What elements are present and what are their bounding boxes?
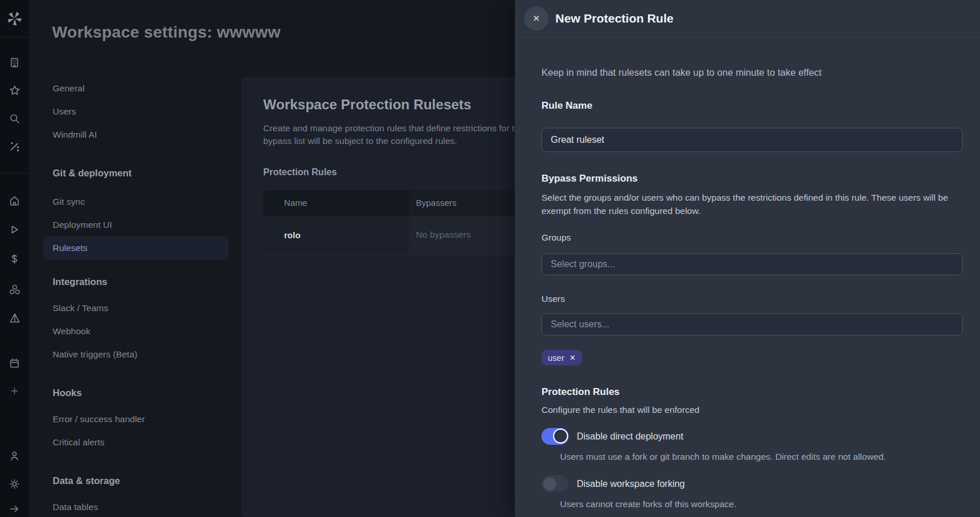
nav-item-slack-teams[interactable]: Slack / Teams xyxy=(43,297,229,320)
disable-direct-deployment-label: Disable direct deployment xyxy=(577,431,683,442)
user-chip-label: user xyxy=(548,353,564,363)
groups-select-input[interactable] xyxy=(541,253,963,275)
account-user-icon[interactable] xyxy=(4,445,25,466)
toggle-knob xyxy=(543,478,556,490)
windmill-logo-icon[interactable] xyxy=(4,8,25,29)
home-icon[interactable] xyxy=(4,190,25,211)
column-header-name: Name xyxy=(263,190,409,215)
rule-name-label: Rule Name xyxy=(541,99,963,113)
users-label: Users xyxy=(541,293,963,305)
protection-rules-description: Configure the rules that will be enforce… xyxy=(541,404,963,416)
user-chip[interactable]: user ✕ xyxy=(541,350,582,365)
protection-rules-heading: Protection Rules xyxy=(541,385,963,399)
settings-gear-icon[interactable] xyxy=(4,474,25,494)
ruleset-note: Keep in mind that rulesets can take up t… xyxy=(541,65,963,79)
nav-item-data-tables[interactable]: Data tables xyxy=(43,496,229,517)
app-screen: Workspace settings: wwwww General Users … xyxy=(0,0,980,517)
nav-item-native-triggers[interactable]: Native triggers (Beta) xyxy=(43,343,229,366)
nav-item-error-success-handler[interactable]: Error / success handler xyxy=(43,408,229,431)
nav-heading-integrations: Integrations xyxy=(43,270,229,293)
nav-heading-hooks: Hooks xyxy=(43,381,229,404)
nav-item-windmill-ai[interactable]: Windmill AI xyxy=(43,123,229,146)
groups-label: Groups xyxy=(541,231,963,244)
page-title: Workspace settings: wwwww xyxy=(52,23,281,42)
bypass-permissions-description: Select the groups and/or users who can b… xyxy=(541,191,963,217)
nav-item-deployment-ui[interactable]: Deployment UI xyxy=(43,213,229,237)
nav-item-critical-alerts[interactable]: Critical alerts xyxy=(43,431,229,454)
ai-wand-icon[interactable] xyxy=(4,136,25,157)
buildings-icon[interactable] xyxy=(4,52,25,73)
nav-item-general[interactable]: General xyxy=(43,77,229,100)
nav-heading-data-storage: Data & storage xyxy=(43,469,229,492)
close-drawer-button[interactable]: ✕ xyxy=(524,6,548,31)
nav-item-users[interactable]: Users xyxy=(43,100,229,123)
close-icon: ✕ xyxy=(533,13,540,24)
disable-workspace-forking-toggle[interactable] xyxy=(541,475,569,492)
search-icon[interactable] xyxy=(4,108,25,129)
remove-user-icon[interactable]: ✕ xyxy=(569,353,576,362)
drawer-body: Keep in mind that rulesets can take up t… xyxy=(515,65,980,511)
disable-workspace-forking-description: Users cannot create forks of this worksp… xyxy=(560,498,963,511)
calendar-icon[interactable] xyxy=(4,353,25,374)
disable-direct-deployment-toggle[interactable] xyxy=(541,428,569,445)
resources-boxes-icon[interactable] xyxy=(4,279,25,300)
log-out-arrow-icon[interactable] xyxy=(4,498,25,517)
runs-play-icon[interactable] xyxy=(4,219,25,240)
disable-direct-deployment-row: Disable direct deployment xyxy=(541,428,963,445)
rail-divider-top xyxy=(0,37,29,38)
selected-users-row: user ✕ xyxy=(541,350,963,365)
favorites-star-icon[interactable] xyxy=(4,80,25,101)
nav-item-git-sync[interactable]: Git sync xyxy=(43,190,229,213)
nav-item-rulesets[interactable]: Rulesets xyxy=(43,237,229,260)
icon-rail xyxy=(0,0,30,517)
toggle-knob xyxy=(553,429,568,444)
rule-name-input[interactable] xyxy=(541,128,963,152)
nav-heading-git-deployment: Git & deployment xyxy=(43,161,229,184)
users-select-input[interactable] xyxy=(541,313,963,335)
rule-name-cell: rolo xyxy=(263,216,409,254)
settings-nav: General Users Windmill AI Git & deployme… xyxy=(43,77,229,517)
create-new-plus-icon[interactable] xyxy=(4,381,25,401)
drawer-header: ✕ New Protection Rule xyxy=(515,0,980,38)
disable-workspace-forking-label: Disable workspace forking xyxy=(577,479,685,489)
new-protection-rule-drawer: ✕ New Protection Rule Keep in mind that … xyxy=(515,0,980,517)
billing-dollar-icon[interactable] xyxy=(4,249,25,269)
schedules-pyramid-icon[interactable] xyxy=(4,308,25,328)
disable-direct-deployment-description: Users must use a fork or git branch to m… xyxy=(560,450,963,463)
bypass-permissions-heading: Bypass Permissions xyxy=(541,172,963,186)
nav-item-webhook[interactable]: Webhook xyxy=(43,320,229,343)
rail-divider-mid xyxy=(0,173,29,173)
disable-workspace-forking-row: Disable workspace forking xyxy=(541,475,963,492)
drawer-title: New Protection Rule xyxy=(555,12,673,25)
